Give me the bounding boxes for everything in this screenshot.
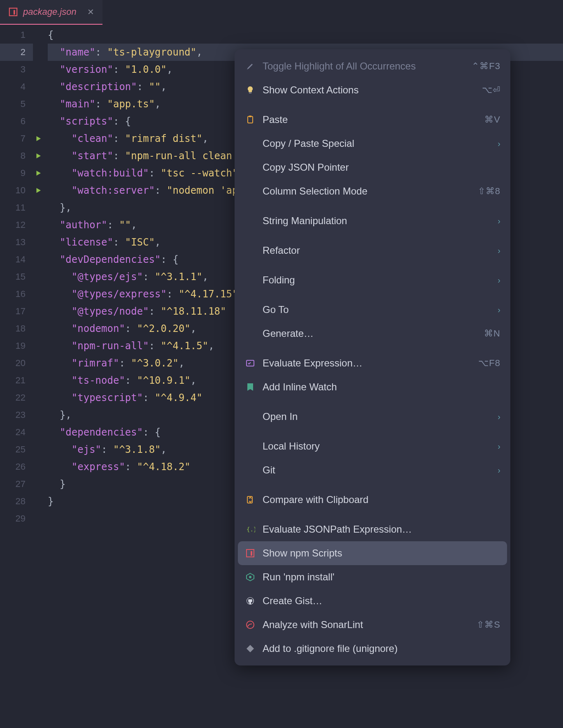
menu-shortcut: ⌥⏎ xyxy=(482,85,500,95)
menu-item-label: Evaluate Expression… xyxy=(263,357,472,369)
menu-item-open-in[interactable]: Open In› xyxy=(235,405,510,429)
npm-icon xyxy=(244,548,256,558)
submenu-arrow-icon: › xyxy=(498,412,500,422)
line-number: 10 xyxy=(0,182,33,199)
line-number: 2 xyxy=(0,44,33,61)
menu-separator xyxy=(235,203,510,209)
menu-item-git[interactable]: Git› xyxy=(235,458,510,482)
menu-item-label: Generate… xyxy=(263,328,477,339)
menu-item-label: Show Context Actions xyxy=(263,84,475,96)
menu-item-label: String Manipulation xyxy=(263,215,491,227)
menu-item-create-gist[interactable]: Create Gist… xyxy=(235,589,510,613)
line-number: 11 xyxy=(0,199,33,216)
menu-item-copy-paste-special[interactable]: Copy / Paste Special› xyxy=(235,132,510,155)
line-number: 4 xyxy=(0,78,33,95)
menu-separator xyxy=(235,262,510,268)
svg-rect-0 xyxy=(9,8,17,16)
tab-filename: package.json xyxy=(23,7,77,17)
line-number: 17 xyxy=(0,303,33,320)
svg-rect-8 xyxy=(247,549,254,557)
menu-item-label: Paste xyxy=(263,114,478,125)
line-number: 1 xyxy=(0,26,33,44)
menu-item-local-history[interactable]: Local History› xyxy=(235,434,510,458)
menu-item-show-context-actions[interactable]: Show Context Actions⌥⏎ xyxy=(235,78,510,102)
code-line[interactable]: { xyxy=(48,26,563,44)
menu-shortcut: ⌘V xyxy=(484,114,500,125)
menu-separator xyxy=(235,482,510,488)
menu-item-toggle-highlight-of-all-occurrences[interactable]: Toggle Highlight of All Occurrences⌃⌘F3 xyxy=(235,54,510,78)
line-number: 3 xyxy=(0,61,33,78)
svg-rect-1 xyxy=(14,10,15,14)
line-number: 15 xyxy=(0,268,33,285)
menu-item-label: Add Inline Watch xyxy=(263,381,500,393)
menu-item-label: Go To xyxy=(263,304,491,315)
submenu-arrow-icon: › xyxy=(498,216,500,226)
menu-item-string-manipulation[interactable]: String Manipulation› xyxy=(235,209,510,233)
svg-point-11 xyxy=(249,576,251,578)
menu-item-evaluate-jsonpath-expression[interactable]: {.}Evaluate JSONPath Expression… xyxy=(235,517,510,541)
gitignore-icon xyxy=(244,644,256,654)
menu-item-column-selection-mode[interactable]: Column Selection Mode⇧⌘8 xyxy=(235,179,510,203)
menu-item-label: Copy JSON Pointer xyxy=(263,162,500,173)
menu-item-add-to-gitignore-file-unignore[interactable]: Add to .gitignore file (unignore) xyxy=(235,637,510,661)
editor-tab[interactable]: package.json ✕ xyxy=(0,0,102,25)
submenu-arrow-icon: › xyxy=(498,139,500,148)
line-number: 6 xyxy=(0,113,33,130)
context-menu: Toggle Highlight of All Occurrences⌃⌘F3S… xyxy=(235,49,510,665)
line-number: 21 xyxy=(0,372,33,389)
submenu-arrow-icon: › xyxy=(498,442,500,451)
menu-item-refactor[interactable]: Refactor› xyxy=(235,239,510,262)
menu-separator xyxy=(235,512,510,517)
menu-item-label: Local History xyxy=(263,441,491,452)
line-number: 16 xyxy=(0,285,33,303)
line-gutter: 1234567891011121314151617181920212223242… xyxy=(0,25,33,728)
menu-item-go-to[interactable]: Go To› xyxy=(235,298,510,322)
menu-item-evaluate-expression[interactable]: Evaluate Expression…⌥F8 xyxy=(235,351,510,375)
menu-shortcut: ⌘N xyxy=(484,328,500,339)
close-tab-icon[interactable]: ✕ xyxy=(87,7,94,17)
menu-item-label: Show npm Scripts xyxy=(263,547,500,559)
line-number: 23 xyxy=(0,406,33,424)
sonar-icon xyxy=(244,620,256,630)
submenu-arrow-icon: › xyxy=(498,305,500,315)
menu-item-run-npm-install[interactable]: Run 'npm install' xyxy=(235,565,510,589)
menu-item-label: Run 'npm install' xyxy=(263,571,500,583)
line-number: 5 xyxy=(0,95,33,113)
menu-item-label: Open In xyxy=(263,411,491,422)
menu-item-folding[interactable]: Folding› xyxy=(235,268,510,292)
menu-item-add-inline-watch[interactable]: Add Inline Watch xyxy=(235,375,510,399)
menu-item-analyze-with-sonarlint[interactable]: Analyze with SonarLint⇧⌘S xyxy=(235,613,510,637)
run-gutter-icon[interactable] xyxy=(35,169,42,177)
compare-icon xyxy=(244,495,256,505)
editor-area: 1234567891011121314151617181920212223242… xyxy=(0,25,563,728)
menu-item-label: Column Selection Mode xyxy=(263,185,471,197)
menu-item-show-npm-scripts[interactable]: Show npm Scripts xyxy=(238,541,507,565)
menu-item-label: Add to .gitignore file (unignore) xyxy=(263,643,500,654)
line-number: 25 xyxy=(0,441,33,458)
watch-icon xyxy=(244,382,256,392)
menu-item-label: Compare with Clipboard xyxy=(263,494,500,505)
run-gutter-icon[interactable] xyxy=(35,135,42,142)
menu-separator xyxy=(235,429,510,434)
svg-rect-4 xyxy=(249,116,251,117)
menu-item-copy-json-pointer[interactable]: Copy JSON Pointer xyxy=(235,155,510,179)
menu-item-compare-with-clipboard[interactable]: Compare with Clipboard xyxy=(235,488,510,512)
eval-icon xyxy=(244,358,256,368)
line-number: 28 xyxy=(0,493,33,510)
tab-bar: package.json ✕ xyxy=(0,0,563,25)
run-gutter-icon[interactable] xyxy=(35,187,42,194)
line-number: 29 xyxy=(0,510,33,527)
menu-item-label: Toggle Highlight of All Occurrences xyxy=(263,60,465,72)
svg-point-13 xyxy=(247,621,254,628)
line-number: 12 xyxy=(0,216,33,234)
menu-separator xyxy=(235,102,510,108)
svg-rect-2 xyxy=(249,93,251,93)
npm-file-icon xyxy=(8,7,18,17)
line-number: 18 xyxy=(0,320,33,337)
menu-item-label: Evaluate JSONPath Expression… xyxy=(263,524,500,535)
line-number: 14 xyxy=(0,251,33,268)
run-gutter-icon[interactable] xyxy=(35,152,42,160)
svg-text:{.}: {.} xyxy=(247,526,255,533)
menu-item-paste[interactable]: Paste⌘V xyxy=(235,108,510,132)
menu-item-generate[interactable]: Generate…⌘N xyxy=(235,322,510,345)
